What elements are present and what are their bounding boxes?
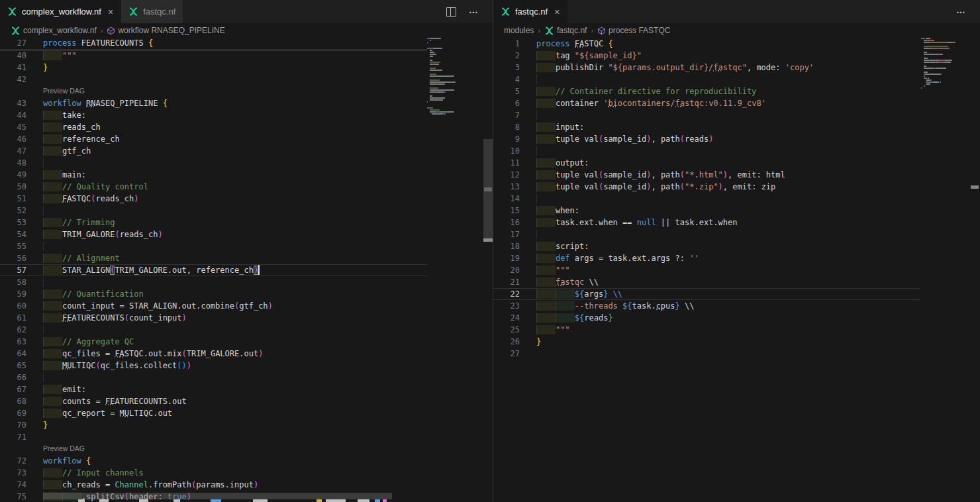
tab-fastqc-left[interactable]: fastqc.nf xyxy=(121,0,183,23)
code-line[interactable]: 27process FEATURECOUNTS { xyxy=(0,38,427,49)
codelens-row[interactable]: Preview DAG xyxy=(0,443,427,455)
horizontal-scrollbar-left[interactable] xyxy=(43,493,392,499)
code-line[interactable]: 53 // Trimming xyxy=(0,217,427,228)
breadcrumb-item[interactable]: workflow RNASEQ_PIPELINE xyxy=(107,26,224,35)
code-line[interactable]: 63 // Aggregate QC xyxy=(0,336,427,348)
code-line[interactable]: 22 ${args} \\ xyxy=(493,288,920,300)
code-line[interactable]: 68 counts = FEATURECOUNTS.out xyxy=(0,395,427,407)
code-line[interactable]: 6 container 'biocontainers/fastqc:v0.11.… xyxy=(493,97,920,109)
code-line[interactable]: 44 take: xyxy=(0,109,427,121)
sticky-scroll-line[interactable]: 27process FEATURECOUNTS { xyxy=(0,38,427,50)
code-line[interactable]: 61 FEATURECOUNTS(count_input) xyxy=(0,312,427,324)
code-line[interactable]: 47 gtf_ch xyxy=(0,145,427,157)
code-line[interactable]: 74 ch_reads = Channel.fromPath(params.in… xyxy=(0,479,427,491)
code-line[interactable]: 25 """ xyxy=(493,324,920,336)
codelens-preview-dag[interactable]: Preview DAG xyxy=(26,85,85,97)
code-line[interactable]: 16 task.ext.when == null || task.ext.whe… xyxy=(493,217,920,228)
code-line[interactable]: 60 count_input = STAR_ALIGN.out.combine(… xyxy=(0,300,427,312)
code-line[interactable]: 10 xyxy=(493,145,920,157)
code-line[interactable]: 3 publishDir "${params.output_dir}/fastq… xyxy=(493,62,920,74)
code-line[interactable]: 67 emit: xyxy=(0,383,427,395)
code-line[interactable]: 11 output: xyxy=(493,157,920,169)
code-line[interactable]: 62 xyxy=(0,324,427,336)
minimap-right[interactable] xyxy=(921,38,967,91)
code-text xyxy=(520,193,556,205)
code-text: FEATURECOUNTS(count_input) xyxy=(26,312,187,324)
code-line[interactable]: 20 """ xyxy=(493,264,920,276)
code-line[interactable]: 18 script: xyxy=(493,240,920,252)
more-actions-icon[interactable]: ⋯ xyxy=(956,7,966,17)
code-line[interactable]: 59 // Quantification xyxy=(0,288,427,300)
code-text xyxy=(26,372,62,383)
code-line[interactable]: 66 xyxy=(0,372,427,383)
code-line[interactable]: 24 ${reads} xyxy=(493,312,920,324)
code-line[interactable]: 19 def args = task.ext.args ?: '' xyxy=(493,252,920,264)
minimap-line xyxy=(427,85,477,87)
code-line[interactable]: 64 qc_files = FASTQC.out.mix(TRIM_GALORE… xyxy=(0,348,427,360)
code-line[interactable]: 21 fastqc \\ xyxy=(493,276,920,288)
code-line[interactable]: 26} xyxy=(493,336,920,348)
breadcrumb-item[interactable]: fastqc.nf xyxy=(544,26,587,36)
code-line[interactable]: 71 xyxy=(0,431,427,443)
code-line[interactable]: 49 main: xyxy=(0,169,427,181)
code-line[interactable]: 4 xyxy=(493,74,920,85)
code-line[interactable]: 56 // Alignment xyxy=(0,252,427,264)
code-line[interactable]: 65 MULTIQC(qc_files.collect()) xyxy=(0,360,427,372)
code-text: process FEATURECOUNTS { xyxy=(26,38,153,49)
codelens-row[interactable]: Preview DAG xyxy=(0,85,427,97)
code-line[interactable]: 27 xyxy=(493,348,920,360)
breadcrumb-item[interactable]: process FASTQC xyxy=(597,26,670,35)
code-line[interactable]: 50 // Quality control xyxy=(0,181,427,193)
editor-left[interactable]: 27process FEATURECOUNTS { 40 """41}42Pre… xyxy=(0,38,493,502)
code-line[interactable]: 1process FASTQC { xyxy=(493,38,920,50)
code-line[interactable]: 41} xyxy=(0,62,427,74)
vertical-scrollbar-left[interactable] xyxy=(483,38,493,502)
code-line[interactable]: 8 input: xyxy=(493,121,920,133)
code-line[interactable]: 9 tuple val(sample_id), path(reads) xyxy=(493,133,920,145)
code-line[interactable]: 69 qc_report = MULTIQC.out xyxy=(0,407,427,419)
code-line[interactable]: 48 xyxy=(0,157,427,169)
minimap-line xyxy=(921,66,967,67)
code-line[interactable]: 40 """ xyxy=(0,50,427,62)
code-line[interactable]: 13 tuple val(sample_id), path("*.zip"), … xyxy=(493,181,920,193)
minimap-line xyxy=(427,62,477,63)
code-line[interactable]: 23 --threads ${task.cpus} \\ xyxy=(493,300,920,312)
more-actions-icon[interactable]: ⋯ xyxy=(469,7,479,17)
code-line[interactable]: 58 xyxy=(0,276,427,288)
code-line[interactable]: 5 // Container directive for reproducibi… xyxy=(493,85,920,97)
split-editor-icon[interactable] xyxy=(446,7,456,17)
close-icon[interactable]: × xyxy=(554,7,560,17)
code-line[interactable]: 57 STAR_ALIGN(TRIM_GALORE.out, reference… xyxy=(0,264,427,276)
code-line[interactable]: 46 reference_ch xyxy=(0,133,427,145)
editor-right[interactable]: 1process FASTQC {2 tag "${sample_id}"3 p… xyxy=(493,38,980,502)
code-line[interactable]: 55 xyxy=(0,240,427,252)
code-line[interactable]: 14 xyxy=(493,193,920,205)
code-line[interactable]: 51 FASTQC(reads_ch) xyxy=(0,193,427,205)
code-line[interactable]: 54 TRIM_GALORE(reads_ch) xyxy=(0,228,427,240)
minimap-left[interactable] xyxy=(427,38,483,115)
breadcrumb-item[interactable]: complex_workflow.nf xyxy=(11,26,97,36)
code-text: tag "${sample_id}" xyxy=(520,50,642,62)
code-line[interactable]: 43workflow RNASEQ_PIPELINE { xyxy=(0,97,427,109)
minimap-line xyxy=(427,111,477,113)
nextflow-file-icon xyxy=(128,7,138,17)
code-line[interactable]: 15 when: xyxy=(493,205,920,217)
code-line[interactable]: 70} xyxy=(0,419,427,431)
code-line[interactable]: 17 xyxy=(493,228,920,240)
code-area-right[interactable]: 1process FASTQC {2 tag "${sample_id}"3 p… xyxy=(493,38,920,360)
code-line[interactable]: 45 reads_ch xyxy=(0,121,427,133)
close-icon[interactable]: × xyxy=(108,7,113,17)
code-line[interactable]: 7 xyxy=(493,109,920,121)
tab-complex-workflow[interactable]: complex_workflow.nf × xyxy=(0,0,121,23)
code-line[interactable]: 2 tag "${sample_id}" xyxy=(493,50,920,62)
tab-fastqc-right[interactable]: fastqc.nf × xyxy=(493,0,567,23)
codelens-preview-dag[interactable]: Preview DAG xyxy=(26,443,85,455)
code-line[interactable]: 52 xyxy=(0,205,427,217)
code-area-left[interactable]: 40 """41}42Preview DAG43workflow RNASEQ_… xyxy=(0,50,427,502)
code-line[interactable]: 42 xyxy=(0,74,427,85)
breadcrumb-item[interactable]: modules xyxy=(504,26,534,35)
code-line[interactable]: 72workflow { xyxy=(0,455,427,467)
code-line[interactable]: 73 // Input channels xyxy=(0,467,427,479)
minimap-line xyxy=(427,99,477,101)
code-line[interactable]: 12 tuple val(sample_id), path("*.html"),… xyxy=(493,169,920,181)
